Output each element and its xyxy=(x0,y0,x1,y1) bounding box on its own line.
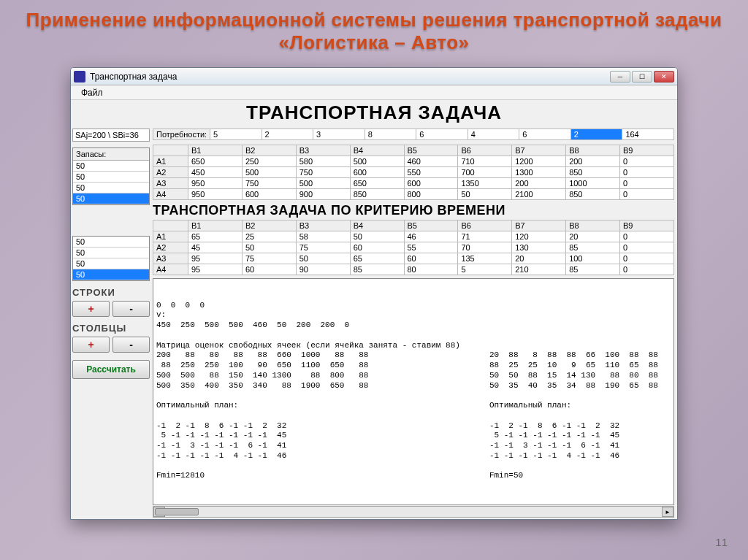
table-cell[interactable]: 85 xyxy=(566,264,620,275)
table-cell[interactable]: 850 xyxy=(350,189,404,200)
column-header[interactable]: B6 xyxy=(458,145,512,156)
table-row[interactable]: A3950750500650600135020010000 xyxy=(153,178,674,189)
table-row[interactable]: A1652558504671120200 xyxy=(153,231,674,242)
table-cell[interactable]: 710 xyxy=(458,156,512,167)
list-item[interactable]: 50 xyxy=(73,237,149,248)
list-item[interactable]: 50 xyxy=(73,248,149,258)
table-cell[interactable]: 55 xyxy=(404,242,458,253)
list-item[interactable]: 50 xyxy=(73,183,149,193)
table-cell[interactable]: 650 xyxy=(350,178,404,189)
table-cell[interactable]: 0 xyxy=(620,178,674,189)
list-item[interactable]: 50 xyxy=(73,172,149,183)
horizontal-scrollbar[interactable]: ◄ ► xyxy=(153,506,674,518)
table-cell[interactable]: 85 xyxy=(350,264,404,275)
table-cell[interactable]: 75 xyxy=(296,242,350,253)
table-cell[interactable]: 600 xyxy=(350,167,404,178)
table-cell[interactable]: 120 xyxy=(512,231,566,242)
table-cell[interactable]: 20 xyxy=(512,253,566,264)
table-cell[interactable]: 50 xyxy=(458,189,512,200)
table-cell[interactable]: 60 xyxy=(242,264,296,275)
table-row[interactable]: A165025058050046071012002000 xyxy=(153,156,674,167)
table-cell[interactable]: 130 xyxy=(512,242,566,253)
table-cell[interactable]: 71 xyxy=(458,231,512,242)
list-item[interactable]: 50 xyxy=(73,161,149,172)
table-cell[interactable]: 75 xyxy=(242,253,296,264)
table-cell[interactable]: 1200 xyxy=(512,156,566,167)
table-cell[interactable]: 3 xyxy=(313,129,365,140)
table-cell[interactable]: 250 xyxy=(242,156,296,167)
table-cell[interactable]: 20 xyxy=(566,231,620,242)
column-header[interactable] xyxy=(153,145,188,156)
table-cell[interactable]: 0 xyxy=(620,167,674,178)
table-cell[interactable]: 600 xyxy=(242,189,296,200)
column-header[interactable]: B7 xyxy=(512,220,566,231)
column-header[interactable]: B5 xyxy=(404,145,458,156)
cols-remove-button[interactable]: - xyxy=(112,337,150,353)
table-cell[interactable]: 1000 xyxy=(566,178,620,189)
sum-input[interactable] xyxy=(72,129,150,142)
table-cell[interactable]: 900 xyxy=(296,189,350,200)
column-header[interactable]: B4 xyxy=(350,145,404,156)
table-cell[interactable]: 0 xyxy=(620,253,674,264)
scroll-thumb[interactable] xyxy=(155,508,199,515)
table-cell[interactable]: 50 xyxy=(296,253,350,264)
row-header[interactable]: A4 xyxy=(153,264,188,275)
column-header[interactable]: B9 xyxy=(620,145,674,156)
column-header[interactable]: B5 xyxy=(404,220,458,231)
row-header[interactable]: A3 xyxy=(153,178,188,189)
column-header[interactable]: B7 xyxy=(512,145,566,156)
minimize-button[interactable]: ─ xyxy=(610,71,630,83)
table-cell[interactable]: 45 xyxy=(188,242,243,253)
maximize-button[interactable]: ☐ xyxy=(632,71,652,83)
table-cell[interactable]: 60 xyxy=(404,253,458,264)
column-header[interactable]: B8 xyxy=(566,220,620,231)
table-cell[interactable]: 500 xyxy=(296,178,350,189)
time-grid[interactable]: B1B2B3B4B5B6B7B8B9 A1652558504671120200A… xyxy=(153,220,674,275)
table-cell[interactable]: 135 xyxy=(458,253,512,264)
table-cell[interactable]: 5 xyxy=(458,264,512,275)
table-cell[interactable]: 164 xyxy=(622,129,674,140)
table-cell[interactable]: 65 xyxy=(350,253,404,264)
demands-grid[interactable]: Потребности:52386462164 xyxy=(153,129,674,140)
table-cell[interactable]: 850 xyxy=(566,189,620,200)
scroll-right-icon[interactable]: ► xyxy=(662,507,673,517)
table-cell[interactable]: 550 xyxy=(404,167,458,178)
table-cell[interactable]: 0 xyxy=(620,264,674,275)
table-cell[interactable]: 0 xyxy=(620,189,674,200)
results-output[interactable]: 0 0 0 0 v: 450 250 500 500 460 50 200 20… xyxy=(153,278,674,505)
column-header[interactable]: B9 xyxy=(620,220,674,231)
column-header[interactable]: B2 xyxy=(242,220,296,231)
table-cell[interactable]: 2100 xyxy=(512,189,566,200)
table-cell[interactable]: 85 xyxy=(566,242,620,253)
table-cell[interactable]: 200 xyxy=(512,178,566,189)
table-cell[interactable]: 65 xyxy=(188,231,243,242)
table-cell[interactable]: 950 xyxy=(188,189,243,200)
table-cell[interactable]: 6 xyxy=(416,129,468,140)
rows-add-button[interactable]: + xyxy=(72,301,110,317)
stocks-table-bottom[interactable]: 50505050 xyxy=(72,236,150,281)
table-cell[interactable]: 460 xyxy=(404,156,458,167)
table-cell[interactable]: 650 xyxy=(188,156,243,167)
table-cell[interactable]: 800 xyxy=(404,189,458,200)
close-button[interactable]: ✕ xyxy=(654,71,674,83)
cost-grid[interactable]: B1B2B3B4B5B6B7B8B9 A16502505805004607101… xyxy=(153,145,674,200)
table-cell[interactable]: 850 xyxy=(566,167,620,178)
table-cell[interactable]: 90 xyxy=(296,264,350,275)
table-cell[interactable]: 0 xyxy=(620,231,674,242)
stocks-table-top[interactable]: Запасы: 50505050 xyxy=(72,147,150,205)
table-cell[interactable]: 8 xyxy=(365,129,416,140)
table-cell[interactable]: 700 xyxy=(458,167,512,178)
table-cell[interactable]: 1300 xyxy=(512,167,566,178)
row-header[interactable]: A2 xyxy=(153,167,188,178)
row-header[interactable]: A3 xyxy=(153,253,188,264)
row-header[interactable]: A1 xyxy=(153,231,188,242)
list-item[interactable]: 50 xyxy=(73,193,149,204)
table-cell[interactable]: 80 xyxy=(404,264,458,275)
table-cell[interactable]: 0 xyxy=(620,242,674,253)
column-header[interactable]: B3 xyxy=(296,220,350,231)
column-header[interactable]: B1 xyxy=(188,220,243,231)
table-cell[interactable]: 0 xyxy=(620,156,674,167)
list-item[interactable]: 50 xyxy=(73,269,149,280)
table-cell[interactable]: 200 xyxy=(566,156,620,167)
table-cell[interactable]: 58 xyxy=(296,231,350,242)
